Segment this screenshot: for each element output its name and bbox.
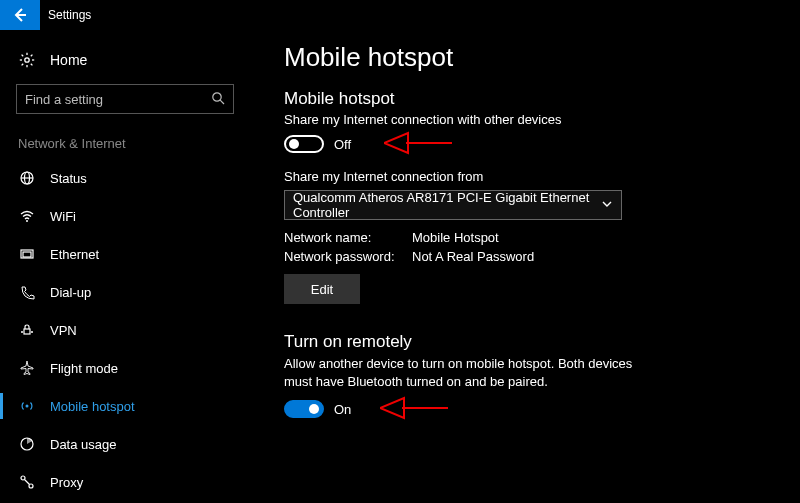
back-button[interactable] — [0, 0, 40, 30]
sidebar-item-dialup[interactable]: Dial-up — [0, 273, 250, 311]
data-usage-icon — [18, 436, 36, 452]
sidebar-item-label: Status — [50, 171, 87, 186]
proxy-icon — [18, 474, 36, 490]
network-name-label: Network name: — [284, 230, 412, 245]
sidebar-item-ethernet[interactable]: Ethernet — [0, 235, 250, 273]
sidebar-item-label: Flight mode — [50, 361, 118, 376]
search-icon — [211, 91, 225, 108]
ethernet-icon — [18, 246, 36, 262]
window-title: Settings — [48, 8, 91, 22]
share-from-dropdown[interactable]: Qualcomm Atheros AR8171 PCI-E Gigabit Et… — [284, 190, 622, 220]
search-box[interactable] — [16, 84, 234, 114]
sidebar-section-label: Network & Internet — [0, 132, 250, 159]
svg-line-6 — [31, 64, 33, 66]
svg-line-24 — [25, 480, 30, 485]
sidebar-item-label: Mobile hotspot — [50, 399, 135, 414]
svg-rect-17 — [24, 329, 30, 334]
edit-button[interactable]: Edit — [284, 274, 360, 304]
sidebar-item-mobile-hotspot[interactable]: Mobile hotspot — [0, 387, 250, 425]
globe-icon — [18, 170, 36, 186]
network-name-value: Mobile Hotspot — [412, 230, 499, 245]
svg-line-8 — [22, 64, 24, 66]
search-input[interactable] — [25, 92, 205, 107]
dropdown-selected: Qualcomm Atheros AR8171 PCI-E Gigabit Et… — [293, 190, 601, 220]
vpn-icon — [18, 322, 36, 338]
phone-icon — [18, 284, 36, 300]
main-pane: Mobile hotspot Mobile hotspot Share my I… — [250, 30, 800, 503]
remote-desc: Allow another device to turn on mobile h… — [284, 355, 664, 390]
page-title: Mobile hotspot — [284, 42, 780, 73]
annotation-arrow — [380, 394, 450, 422]
annotation-arrow — [384, 129, 454, 157]
svg-point-18 — [21, 331, 23, 333]
toggle-knob — [289, 139, 299, 149]
wifi-icon — [18, 208, 36, 224]
sidebar: Home Network & Internet Status WiFi Ethe… — [0, 30, 250, 503]
airplane-icon — [18, 360, 36, 376]
sidebar-item-flight-mode[interactable]: Flight mode — [0, 349, 250, 387]
chevron-down-icon — [601, 198, 613, 213]
sidebar-home-label: Home — [50, 52, 87, 68]
titlebar: Settings — [0, 0, 800, 30]
hotspot-heading: Mobile hotspot — [284, 89, 780, 109]
sidebar-item-label: Data usage — [50, 437, 117, 452]
svg-line-5 — [22, 55, 24, 57]
hotspot-toggle[interactable] — [284, 135, 324, 153]
svg-point-0 — [25, 58, 29, 62]
sidebar-item-proxy[interactable]: Proxy — [0, 463, 250, 501]
sidebar-item-wifi[interactable]: WiFi — [0, 197, 250, 235]
remote-heading: Turn on remotely — [284, 332, 780, 352]
remote-toggle[interactable] — [284, 400, 324, 418]
sidebar-item-data-usage[interactable]: Data usage — [0, 425, 250, 463]
svg-point-23 — [29, 484, 33, 488]
svg-rect-16 — [23, 252, 31, 257]
sidebar-item-status[interactable]: Status — [0, 159, 250, 197]
sidebar-item-vpn[interactable]: VPN — [0, 311, 250, 349]
sidebar-item-label: WiFi — [50, 209, 76, 224]
network-password-value: Not A Real Password — [412, 249, 534, 264]
share-from-label: Share my Internet connection from — [284, 169, 780, 184]
back-arrow-icon — [12, 7, 28, 23]
network-password-label: Network password: — [284, 249, 412, 264]
svg-point-20 — [26, 405, 29, 408]
gear-icon — [18, 52, 36, 68]
toggle-knob — [309, 404, 319, 414]
svg-point-9 — [213, 92, 221, 100]
remote-toggle-state: On — [334, 402, 351, 417]
svg-point-14 — [26, 220, 28, 222]
svg-point-22 — [21, 476, 25, 480]
sidebar-item-label: Proxy — [50, 475, 83, 490]
hotspot-desc: Share my Internet connection with other … — [284, 112, 780, 127]
hotspot-icon — [18, 398, 36, 414]
sidebar-item-label: VPN — [50, 323, 77, 338]
svg-line-10 — [220, 100, 224, 104]
sidebar-home[interactable]: Home — [0, 44, 250, 76]
svg-line-7 — [31, 55, 33, 57]
hotspot-toggle-state: Off — [334, 137, 351, 152]
sidebar-item-label: Dial-up — [50, 285, 91, 300]
svg-point-19 — [31, 331, 33, 333]
sidebar-item-label: Ethernet — [50, 247, 99, 262]
